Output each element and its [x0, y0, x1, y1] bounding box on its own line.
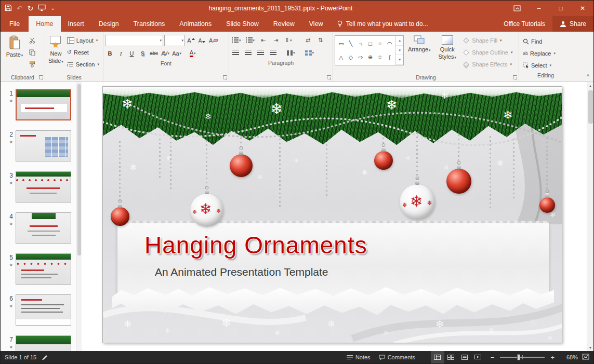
- maximize-button[interactable]: □: [550, 1, 572, 16]
- slide-editor[interactable]: ❄ ❄ ❄ ❄ ❄ ❄ ❄ ❄ ❄ ❄ ❄ ❄ ❄ ❄ ❄ ❄ ❄ ❄ ❄: [102, 86, 562, 343]
- zoom-slider-thumb[interactable]: [517, 354, 520, 360]
- drawing-dialog-launcher[interactable]: [513, 75, 517, 79]
- reading-view-button[interactable]: [458, 351, 471, 363]
- layout-button[interactable]: Layout▾: [65, 35, 101, 46]
- paste-button[interactable]: Paste▾: [2, 33, 27, 71]
- slide-thumbnail[interactable]: [16, 212, 71, 244]
- font-color-button[interactable]: A▾: [188, 48, 197, 59]
- tab-file[interactable]: File: [1, 16, 29, 32]
- normal-view-button[interactable]: [431, 351, 444, 363]
- paragraph-dialog-launcher[interactable]: [327, 75, 331, 79]
- shape-arc-icon[interactable]: ◠: [387, 41, 392, 47]
- bold-button[interactable]: B: [105, 48, 115, 59]
- slide-thumbnail[interactable]: [16, 171, 71, 203]
- undo-button[interactable]: ↶: [17, 5, 23, 12]
- shape-elbow-icon[interactable]: ¬: [359, 41, 362, 47]
- shrink-font-button[interactable]: A: [197, 35, 207, 46]
- tab-design[interactable]: Design: [91, 16, 126, 32]
- start-from-beginning-button[interactable]: [38, 4, 46, 12]
- reset-button[interactable]: ↺Reset: [65, 47, 101, 58]
- shape-oval-icon[interactable]: ○: [378, 41, 382, 47]
- tab-home[interactable]: Home: [29, 16, 60, 32]
- zoom-in-button[interactable]: +: [549, 354, 556, 361]
- shapes-scroll-down-button[interactable]: ▾: [396, 46, 403, 56]
- shape-outline-button[interactable]: Shape Outline▾: [462, 47, 517, 58]
- decrease-indent-button[interactable]: ⇤: [258, 35, 268, 46]
- redo-button[interactable]: ↻: [28, 5, 34, 12]
- scrollbar-thumb[interactable]: [77, 84, 81, 255]
- strikethrough-button[interactable]: abc: [149, 48, 159, 59]
- columns-button[interactable]: ▾: [286, 47, 296, 58]
- shape-rectangle-icon[interactable]: ▭: [338, 41, 344, 47]
- numbering-button[interactable]: ▾: [245, 35, 256, 46]
- quick-styles-button[interactable]: Quick Styles▾: [434, 33, 460, 71]
- convert-to-smartart-button[interactable]: ▾: [304, 47, 315, 58]
- font-size-input[interactable]: [166, 36, 181, 45]
- shape-square-icon[interactable]: □: [368, 41, 372, 47]
- canvas-scrollbar[interactable]: ▲ ▼: [587, 82, 593, 351]
- grow-font-button[interactable]: A: [186, 35, 196, 46]
- select-button[interactable]: Select▾: [521, 60, 571, 71]
- zoom-out-button[interactable]: −: [489, 354, 496, 361]
- save-button[interactable]: [5, 4, 12, 13]
- shape-plus-icon[interactable]: ⊕: [368, 54, 373, 61]
- section-button[interactable]: Section▾: [65, 59, 101, 70]
- font-name-select[interactable]: ▾: [105, 35, 163, 46]
- close-button[interactable]: ✕: [572, 1, 593, 16]
- slide-subtitle[interactable]: An Animated Presentation Template: [155, 266, 328, 278]
- shape-brace-icon[interactable]: {: [389, 54, 391, 60]
- share-button[interactable]: Share: [552, 16, 593, 32]
- collapse-ribbon-button[interactable]: ^: [587, 74, 589, 79]
- scroll-down-button[interactable]: ▼: [587, 344, 593, 351]
- align-center-button[interactable]: [243, 47, 253, 58]
- tab-slide-show[interactable]: Slide Show: [219, 16, 266, 32]
- fit-slide-button[interactable]: [582, 354, 589, 361]
- customize-qat-button[interactable]: ⌄: [50, 6, 55, 11]
- format-painter-button[interactable]: [27, 59, 37, 70]
- text-direction-button[interactable]: ⇄: [303, 35, 313, 46]
- shape-star-icon[interactable]: ☆: [377, 54, 382, 61]
- office-tutorials-link[interactable]: Office Tutorials: [496, 16, 552, 32]
- shape-effects-button[interactable]: Shape Effects▾: [462, 59, 517, 70]
- shape-fill-button[interactable]: Shape Fill▾: [462, 35, 517, 46]
- text-shadow-button[interactable]: S: [138, 48, 148, 59]
- tab-view[interactable]: View: [302, 16, 331, 32]
- align-text-button[interactable]: ⇅: [315, 35, 325, 46]
- zoom-level[interactable]: 68%: [560, 354, 578, 360]
- line-spacing-button[interactable]: ⇕▾: [283, 35, 293, 46]
- minimize-button[interactable]: –: [528, 1, 550, 16]
- tell-me-box[interactable]: Tell me what you want to do...: [331, 16, 434, 32]
- new-slide-button[interactable]: New Slide▾: [47, 33, 65, 71]
- justify-button[interactable]: [268, 47, 278, 58]
- copy-button[interactable]: [27, 47, 37, 58]
- align-left-button[interactable]: [231, 47, 241, 58]
- scrollbar-thumb[interactable]: [588, 90, 593, 124]
- arrange-button[interactable]: Arrange▾: [406, 33, 432, 71]
- slide-show-button[interactable]: [471, 351, 485, 363]
- slide-title[interactable]: Hanging Ornaments: [144, 231, 367, 259]
- slide-thumbnail[interactable]: [16, 253, 71, 285]
- clipboard-dialog-launcher[interactable]: [39, 75, 43, 79]
- notes-button[interactable]: Notes: [345, 351, 373, 363]
- font-size-select[interactable]: ▾: [164, 35, 185, 46]
- font-dialog-launcher[interactable]: [223, 75, 227, 79]
- character-spacing-button[interactable]: AV▾: [160, 48, 170, 59]
- slide-sorter-view-button[interactable]: [444, 351, 458, 363]
- slide-thumbnail[interactable]: [16, 335, 71, 351]
- align-right-button[interactable]: [256, 47, 266, 58]
- slide-thumbnail[interactable]: [16, 89, 71, 120]
- shape-triangle-icon[interactable]: △: [339, 54, 343, 61]
- increase-indent-button[interactable]: ⇥: [271, 35, 281, 46]
- bullets-button[interactable]: ▾: [231, 35, 242, 46]
- shape-diamond-icon[interactable]: ◇: [349, 54, 353, 61]
- slide-thumbnail[interactable]: [16, 294, 71, 326]
- comments-button[interactable]: Comments: [377, 351, 417, 363]
- slide-thumbnail[interactable]: [16, 130, 71, 161]
- change-case-button[interactable]: Aa▾: [171, 48, 182, 59]
- font-name-input[interactable]: [107, 36, 159, 45]
- shape-arrow-icon[interactable]: ⇨: [358, 54, 363, 61]
- ink-button[interactable]: [42, 354, 49, 361]
- italic-button[interactable]: I: [116, 48, 126, 59]
- underline-button[interactable]: U: [127, 48, 137, 59]
- shape-line-icon[interactable]: ╲: [349, 41, 353, 47]
